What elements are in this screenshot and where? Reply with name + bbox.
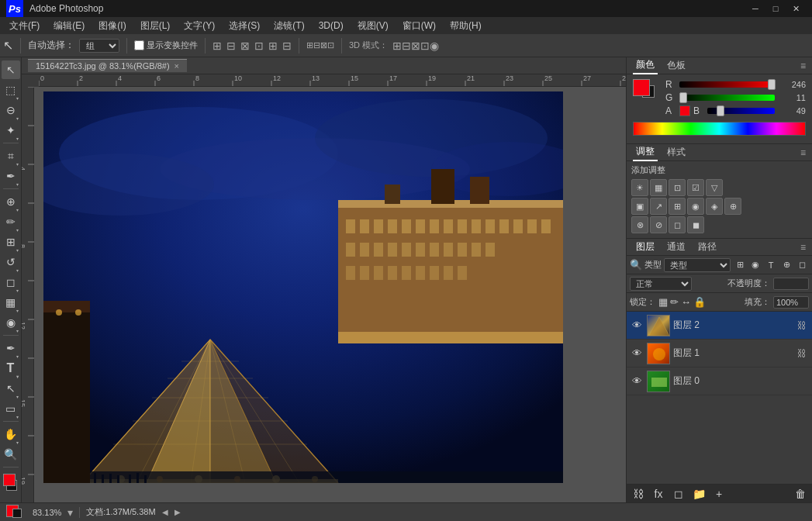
color-panel-menu[interactable]: ≡ xyxy=(800,60,806,71)
style-tab[interactable]: 样式 xyxy=(664,144,689,160)
layers-tab-paths[interactable]: 路径 xyxy=(695,239,720,255)
select-tool-btn[interactable]: ⬚ ▾ xyxy=(2,81,20,99)
g-slider[interactable] xyxy=(679,95,775,101)
hand-btn[interactable]: ✋ ▾ xyxy=(2,425,20,443)
layer-item-2[interactable]: 👁 xyxy=(627,312,812,340)
shape-btn[interactable]: ▭ ▾ xyxy=(2,399,20,418)
auto-select-dropdown[interactable]: 组 图层 xyxy=(79,39,119,53)
curves-adj-btn[interactable]: ⊡ xyxy=(669,179,686,196)
color-tab[interactable]: 颜色 xyxy=(633,57,658,74)
layer-item-1[interactable]: 👁 xyxy=(627,340,812,367)
filter-btn-4[interactable]: ⊕ xyxy=(779,258,793,272)
layer-1-visibility[interactable]: 👁 xyxy=(630,347,644,361)
adj-tab[interactable]: 调整 xyxy=(633,143,658,161)
layer-0-visibility[interactable]: 👁 xyxy=(630,374,644,388)
huesat-adj-btn[interactable]: ▣ xyxy=(631,198,648,215)
document-tab[interactable]: 1516422Tc3.jpg @ 83.1%(RGB/8#) × xyxy=(28,59,187,72)
align-right-icon[interactable]: ⊠ xyxy=(240,40,250,52)
zoom-dropdown-arrow[interactable]: ▾ xyxy=(67,506,73,519)
channelmix-adj-btn[interactable]: ◈ xyxy=(706,198,723,215)
blend-mode-select[interactable]: 正常 溶解 正片叠底 xyxy=(630,277,692,291)
status-arrow-right[interactable]: ▶ xyxy=(174,508,181,516)
layer-2-visibility[interactable]: 👁 xyxy=(630,319,644,333)
lock-all-btn[interactable]: 🔒 xyxy=(693,296,706,308)
magic-wand-btn[interactable]: ✦ ▾ xyxy=(2,121,20,140)
lock-image-btn[interactable]: ✏ xyxy=(670,296,679,308)
type-btn[interactable]: T ▾ xyxy=(2,359,20,378)
document-tab-close[interactable]: × xyxy=(174,61,179,71)
menu-3d[interactable]: 3D(D) xyxy=(313,19,350,33)
align-center-icon[interactable]: ⊟ xyxy=(226,40,236,52)
new-group-btn[interactable]: 📁 xyxy=(690,486,707,502)
r-thumb[interactable] xyxy=(768,79,776,90)
menu-edit[interactable]: 编辑(E) xyxy=(47,18,91,34)
eraser-btn[interactable]: ◻ ▾ xyxy=(2,273,20,292)
lock-position-btn[interactable]: ↔ xyxy=(681,296,691,308)
filter-type-select[interactable]: 类型 xyxy=(664,258,731,272)
layer-2-link[interactable]: ⛓ xyxy=(795,319,809,333)
layers-panel-menu[interactable]: ≡ xyxy=(800,242,806,253)
menu-layer[interactable]: 图层(L) xyxy=(134,18,177,34)
layer-1-link[interactable]: ⛓ xyxy=(795,347,809,361)
zoom-btn[interactable]: 🔍 xyxy=(2,445,20,464)
levels-adj-btn[interactable]: ▦ xyxy=(650,179,667,196)
healing-btn[interactable]: ⊕ ▾ xyxy=(2,192,20,211)
new-layer-btn[interactable]: + xyxy=(710,486,727,502)
align-top-icon[interactable]: ⊡ xyxy=(254,40,264,52)
gradmap-adj-btn[interactable]: ◼ xyxy=(687,216,704,233)
b-color-swatch[interactable] xyxy=(679,105,690,116)
align-left-icon[interactable]: ⊞ xyxy=(213,40,222,52)
lasso-tool-btn[interactable]: ⊖ ▾ xyxy=(2,101,20,119)
menu-help[interactable]: 帮助(H) xyxy=(444,18,488,34)
foreground-color-swatch[interactable] xyxy=(3,474,16,486)
align-bottom-icon[interactable]: ⊟ xyxy=(282,40,292,52)
filter-btn-3[interactable]: T xyxy=(764,258,778,272)
pen-btn[interactable]: ✒ ▾ xyxy=(2,339,20,357)
align-middle-icon[interactable]: ⊞ xyxy=(268,40,278,52)
colorlookup-adj-btn[interactable]: ⊕ xyxy=(724,198,741,215)
clone-btn[interactable]: ⊞ ▾ xyxy=(2,233,20,251)
adj-panel-menu[interactable]: ≡ xyxy=(800,147,806,158)
move-tool-btn[interactable]: ↖ xyxy=(2,60,20,79)
menu-window[interactable]: 窗口(W) xyxy=(396,18,442,34)
b-slider[interactable] xyxy=(707,108,775,114)
show-transform-checkbox[interactable] xyxy=(134,40,144,50)
image-canvas[interactable] xyxy=(43,91,563,483)
menu-file[interactable]: 文件(F) xyxy=(3,18,46,34)
b-thumb[interactable] xyxy=(717,105,724,116)
path-select-btn[interactable]: ↖ ▾ xyxy=(2,379,20,398)
layer-item-0[interactable]: 👁 图层 0 xyxy=(627,367,812,395)
brush-btn[interactable]: ✏ ▾ xyxy=(2,212,20,231)
invert-adj-btn[interactable]: ⊗ xyxy=(631,216,648,233)
exposure-adj-btn[interactable]: ☑ xyxy=(687,179,704,196)
lock-transparent-btn[interactable]: ▦ xyxy=(658,296,668,308)
photofilter-adj-btn[interactable]: ◉ xyxy=(687,198,704,215)
swatches-tab[interactable]: 色板 xyxy=(664,57,689,74)
filter-btn-1[interactable]: ⊞ xyxy=(733,258,747,272)
colorbal-adj-btn[interactable]: ↗ xyxy=(650,198,667,215)
delete-layer-btn[interactable]: 🗑 xyxy=(792,486,809,502)
filter-btn-2[interactable]: ◉ xyxy=(748,258,762,272)
maximize-button[interactable]: □ xyxy=(765,0,786,17)
fill-input[interactable] xyxy=(773,296,809,309)
menu-filter[interactable]: 滤镜(T) xyxy=(268,18,310,34)
brightness-adj-btn[interactable]: ☀ xyxy=(631,179,648,196)
opacity-input[interactable]: 100% xyxy=(773,278,809,290)
status-arrow-left[interactable]: ◀ xyxy=(162,508,168,516)
minimize-button[interactable]: ─ xyxy=(745,0,765,17)
status-bg-color[interactable] xyxy=(12,509,22,518)
link-layers-btn[interactable]: ⛓ xyxy=(630,486,647,502)
close-button[interactable]: ✕ xyxy=(786,0,806,17)
threshold-adj-btn[interactable]: ◻ xyxy=(669,216,686,233)
eyedropper-btn[interactable]: ✒ ▾ xyxy=(2,167,20,185)
menu-view[interactable]: 视图(V) xyxy=(351,18,395,34)
history-brush-btn[interactable]: ↺ ▾ xyxy=(2,253,20,271)
gradient-btn[interactable]: ▦ ▾ xyxy=(2,293,20,312)
layers-tab-layers[interactable]: 图层 xyxy=(633,239,658,255)
menu-image[interactable]: 图像(I) xyxy=(92,18,132,34)
add-mask-btn[interactable]: ◻ xyxy=(670,486,687,502)
vibrance-adj-btn[interactable]: ▽ xyxy=(706,179,723,196)
r-slider[interactable] xyxy=(679,81,775,88)
menu-select[interactable]: 选择(S) xyxy=(223,18,266,34)
crop-tool-btn[interactable]: ⌗ ▾ xyxy=(2,147,20,165)
